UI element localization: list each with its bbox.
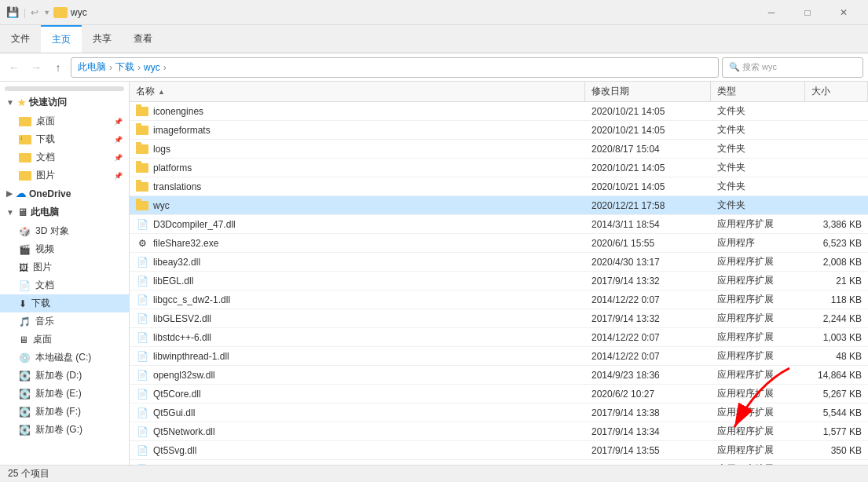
tab-home[interactable]: 主页 bbox=[41, 25, 82, 53]
sidebar-item-documents-pc[interactable]: 📄 文档 bbox=[0, 276, 129, 294]
pin-icon: 📌 bbox=[114, 118, 123, 126]
sidebar-item-drive-g[interactable]: 💽 新加卷 (G:) bbox=[0, 421, 129, 439]
table-row[interactable]: 📄 libGLESV2.dll 2017/9/14 13:32 应用程序扩展 2… bbox=[130, 309, 868, 328]
path-part-pc[interactable]: 此电脑 bbox=[78, 60, 106, 74]
path-part-wyc[interactable]: wyc bbox=[144, 62, 160, 73]
file-type: 应用程序扩展 bbox=[717, 425, 774, 438]
sidebar-item-music[interactable]: 🎵 音乐 bbox=[0, 312, 129, 330]
back-button[interactable]: ← bbox=[5, 58, 24, 77]
sidebar-item-videos[interactable]: 🎬 视频 bbox=[0, 240, 129, 258]
table-row[interactable]: 📄 libeay32.dll 2020/4/30 13:17 应用程序扩展 2,… bbox=[130, 253, 868, 272]
sidebar-item-drive-c[interactable]: 💿 本地磁盘 (C:) bbox=[0, 349, 129, 367]
sidebar-item-downloads-pc[interactable]: ⬇ 下载 bbox=[0, 294, 129, 312]
col-header-size[interactable]: 大小 bbox=[805, 82, 868, 101]
title-divider: | bbox=[24, 7, 26, 18]
file-type: 文件夹 bbox=[717, 199, 745, 212]
table-row[interactable]: 📄 Qt5Gui.dll 2017/9/14 13:38 应用程序扩展 5,54… bbox=[130, 403, 868, 422]
sidebar-this-pc-header[interactable]: ▼ 🖥 此电脑 bbox=[0, 203, 129, 222]
sidebar-item-pictures-pc[interactable]: 🖼 图片 bbox=[0, 258, 129, 276]
documents-folder-icon bbox=[19, 153, 31, 162]
sidebar-item-documents[interactable]: 文档 📌 bbox=[0, 148, 129, 166]
title-bar: 💾 | ↩ ▼ wyc ─ □ ✕ bbox=[0, 0, 868, 25]
forward-button[interactable]: → bbox=[27, 58, 46, 77]
search-box[interactable]: 🔍 搜索 wyc bbox=[722, 57, 863, 78]
file-date: 2020/6/1 15:55 bbox=[591, 238, 654, 249]
table-row[interactable]: 📄 Qt5Network.dll 2017/9/14 13:34 应用程序扩展 … bbox=[130, 422, 868, 441]
file-cell-type: 应用程序扩展 bbox=[711, 253, 805, 271]
table-row[interactable]: 📄 libstdc++-6.dll 2014/12/22 0:07 应用程序扩展… bbox=[130, 328, 868, 347]
sidebar-item-3dobjects[interactable]: 🎲 3D 对象 bbox=[0, 222, 129, 240]
col-header-name[interactable]: 名称 ▲ bbox=[130, 82, 585, 101]
table-row[interactable]: 📄 libEGL.dll 2017/9/14 13:32 应用程序扩展 21 K… bbox=[130, 272, 868, 290]
sidebar-item-pictures[interactable]: 图片 📌 bbox=[0, 166, 129, 184]
sidebar-onedrive-header[interactable]: ▶ ☁ OneDrive bbox=[0, 184, 129, 203]
file-cell-date: 2020/6/2 10:27 bbox=[585, 386, 711, 402]
file-name: Qt5Svg.dll bbox=[153, 445, 196, 456]
dll-icon: 📄 bbox=[136, 256, 148, 268]
table-row[interactable]: platforms 2020/10/21 14:05 文件夹 bbox=[130, 159, 868, 177]
sidebar-item-label: 本地磁盘 (C:) bbox=[35, 351, 91, 364]
file-date: 2020/10/21 14:05 bbox=[591, 125, 665, 136]
tab-share[interactable]: 共享 bbox=[82, 25, 123, 53]
status-bar: 25 个项目 bbox=[0, 465, 868, 482]
table-row[interactable]: logs 2020/8/17 15:04 文件夹 bbox=[130, 140, 868, 159]
table-row[interactable]: 📄 D3Dcompiler_47.dll 2014/3/11 18:54 应用程… bbox=[130, 215, 868, 234]
sidebar-item-drive-f[interactable]: 💽 新加卷 (F:) bbox=[0, 403, 129, 421]
up-button[interactable]: ↑ bbox=[49, 58, 68, 77]
item-count: 25 个项目 bbox=[8, 467, 49, 480]
table-row[interactable]: 📄 Qt5Core.dll 2020/6/2 10:27 应用程序扩展 5,26… bbox=[130, 385, 868, 403]
table-row[interactable]: 📄 opengl32sw.dll 2014/9/23 18:36 应用程序扩展 … bbox=[130, 366, 868, 385]
file-cell-date: 2017/9/14 13:38 bbox=[585, 405, 711, 421]
sidebar-item-desktop-pc[interactable]: 🖥 桌面 bbox=[0, 330, 129, 349]
table-row[interactable]: ⚙ fileShare32.exe 2020/6/1 15:55 应用程序 6,… bbox=[130, 234, 868, 253]
path-part-download[interactable]: 下载 bbox=[115, 60, 134, 74]
sidebar-item-desktop[interactable]: 桌面 📌 bbox=[0, 112, 129, 130]
sidebar-item-label: 下载 bbox=[31, 297, 50, 310]
table-row[interactable]: 📄 Qt5Widgets.dll 2017/9/14 13:42 应用程序扩展 … bbox=[130, 460, 868, 465]
file-cell-date: 2017/9/14 13:42 bbox=[585, 462, 711, 466]
dll-icon: 📄 bbox=[136, 275, 148, 287]
file-cell-size: 5,544 KB bbox=[805, 405, 868, 421]
sidebar-item-downloads[interactable]: ↓ 下载 📌 bbox=[0, 130, 129, 148]
tab-file[interactable]: 文件 bbox=[0, 25, 41, 53]
address-bar: ← → ↑ 此电脑 › 下载 › wyc › 🔍 搜索 wyc bbox=[0, 53, 868, 82]
file-cell-type: 应用程序扩展 bbox=[711, 328, 805, 346]
table-row[interactable]: 📄 Qt5Svg.dll 2017/9/14 13:55 应用程序扩展 350 … bbox=[130, 441, 868, 460]
title-undo-icon[interactable]: ↩ bbox=[31, 7, 38, 18]
table-row[interactable]: 📄 libgcc_s_dw2-1.dll 2014/12/22 0:07 应用程… bbox=[130, 290, 868, 309]
address-path[interactable]: 此电脑 › 下载 › wyc › bbox=[71, 57, 719, 78]
file-date: 2017/9/14 13:42 bbox=[591, 464, 660, 466]
minimize-button[interactable]: ─ bbox=[753, 0, 789, 25]
dll-icon: 📄 bbox=[136, 407, 148, 419]
file-name: imageformats bbox=[153, 125, 211, 136]
col-header-type[interactable]: 类型 bbox=[711, 82, 805, 101]
table-row[interactable]: translations 2020/10/21 14:05 文件夹 bbox=[130, 177, 868, 196]
table-row[interactable]: wyc 2020/12/21 17:58 文件夹 bbox=[130, 196, 868, 215]
table-row[interactable]: 📄 libwinpthread-1.dll 2014/12/22 0:07 应用… bbox=[130, 347, 868, 366]
file-type: 文件夹 bbox=[717, 161, 745, 174]
file-cell-size: 1,577 KB bbox=[805, 424, 868, 440]
col-header-date[interactable]: 修改日期 bbox=[585, 82, 711, 101]
title-save-icon[interactable]: 💾 bbox=[6, 6, 19, 18]
sidebar-quick-access-header[interactable]: ▼ ★ 快速访问 bbox=[0, 93, 129, 112]
file-size: 1,577 KB bbox=[823, 426, 862, 437]
maximize-button[interactable]: □ bbox=[789, 0, 826, 25]
file-size: 3,386 KB bbox=[823, 219, 862, 230]
documents-pc-icon: 📄 bbox=[19, 280, 31, 291]
file-cell-date: 2020/8/17 15:04 bbox=[585, 141, 711, 157]
file-name: iconengines bbox=[153, 106, 203, 117]
tab-view[interactable]: 查看 bbox=[123, 25, 163, 53]
dll-icon: 📄 bbox=[136, 463, 148, 466]
sidebar-item-label: 3D 对象 bbox=[35, 225, 69, 238]
sidebar-item-drive-e[interactable]: 💽 新加卷 (E:) bbox=[0, 385, 129, 403]
file-size: 21 KB bbox=[836, 276, 862, 287]
file-cell-name: translations bbox=[130, 179, 585, 195]
title-dropdown-icon[interactable]: ▼ bbox=[43, 9, 50, 16]
exe-icon: ⚙ bbox=[136, 237, 148, 250]
folder-icon bbox=[136, 201, 148, 210]
close-button[interactable]: ✕ bbox=[826, 0, 862, 25]
sidebar-item-drive-d[interactable]: 💽 新加卷 (D:) bbox=[0, 367, 129, 385]
table-row[interactable]: iconengines 2020/10/21 14:05 文件夹 bbox=[130, 102, 868, 121]
table-row[interactable]: imageformats 2020/10/21 14:05 文件夹 bbox=[130, 121, 868, 140]
file-name: fileShare32.exe bbox=[153, 238, 218, 249]
